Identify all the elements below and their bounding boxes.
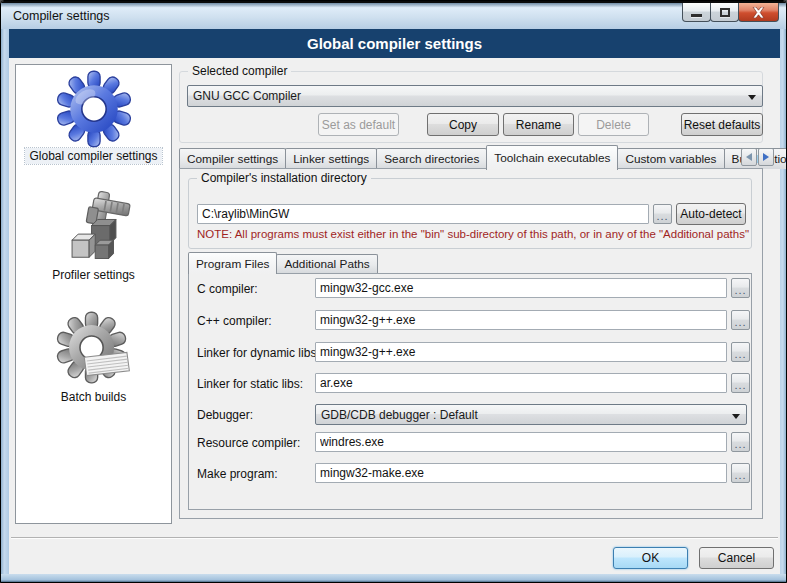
static-linker-input[interactable] — [315, 373, 727, 393]
field-label: C compiler: — [197, 282, 258, 296]
compiler-settings-window: Compiler settings Global compiler settin… — [0, 0, 787, 583]
tab-search-directories[interactable]: Search directories — [376, 148, 487, 169]
sidebar-item-profiler-settings[interactable]: Profiler settings — [16, 189, 171, 283]
arrow-left-icon — [746, 153, 752, 161]
close-icon — [752, 7, 765, 18]
subtab-program-files[interactable]: Program Files — [188, 252, 277, 274]
compiler-select-value: GNU GCC Compiler — [193, 89, 301, 103]
tab-scroll-right-button[interactable] — [758, 148, 774, 166]
sidebar-item-batch-builds[interactable]: Batch builds — [16, 311, 171, 405]
tab-custom-variables[interactable]: Custom variables — [617, 148, 724, 169]
make-program-browse-button[interactable]: ... — [731, 463, 750, 483]
tab-linker-settings[interactable]: Linker settings — [285, 148, 377, 169]
tab-compiler-settings[interactable]: Compiler settings — [179, 148, 286, 169]
titlebar: Compiler settings — [1, 1, 787, 29]
paths-tabbar: Program Files Additional Paths — [188, 251, 378, 273]
copy-button[interactable]: Copy — [427, 113, 499, 136]
installation-directory-browse-button[interactable]: ... — [653, 204, 672, 224]
resource-compiler-input[interactable] — [315, 432, 727, 452]
gray-gear-papers-icon — [55, 311, 133, 389]
minimize-icon — [691, 14, 702, 17]
field-label: Linker for static libs: — [197, 377, 303, 391]
set-as-default-button[interactable]: Set as default — [318, 113, 399, 136]
caption-buttons — [683, 3, 779, 22]
debugger-select[interactable]: GDB/CDB debugger : Default — [315, 404, 747, 425]
field-label: Debugger: — [197, 408, 253, 422]
tab-scroll-left-button[interactable] — [741, 148, 757, 166]
window-frame-left — [1, 29, 9, 574]
chevron-down-icon — [732, 414, 740, 419]
installation-note: NOTE: All programs must exist either in … — [197, 228, 749, 240]
sidebar-item-label: Batch builds — [57, 389, 130, 405]
caliper-cubes-icon — [55, 189, 133, 267]
rename-button[interactable]: Rename — [503, 113, 574, 136]
sidebar-item-global-compiler-settings[interactable]: Global compiler settings — [16, 70, 171, 164]
installation-directory-group-label: Compiler's installation directory — [197, 171, 371, 185]
sidebar-item-label: Profiler settings — [48, 267, 139, 283]
delete-button[interactable]: Delete — [578, 113, 649, 136]
maximize-icon — [720, 8, 730, 17]
static-linker-browse-button[interactable]: ... — [731, 373, 750, 393]
ok-button[interactable]: OK — [613, 547, 688, 569]
maximize-button[interactable] — [710, 3, 739, 22]
cpp-compiler-input[interactable] — [315, 310, 727, 330]
field-label: Linker for dynamic libs: — [197, 346, 320, 360]
window-title: Compiler settings — [13, 9, 110, 23]
reset-defaults-button[interactable]: Reset defaults — [681, 113, 763, 136]
cancel-button[interactable]: Cancel — [699, 547, 774, 569]
arrow-right-icon — [763, 153, 769, 161]
sidebar-item-label: Global compiler settings — [25, 148, 161, 164]
installation-directory-input[interactable] — [197, 204, 649, 224]
minimize-button[interactable] — [682, 3, 711, 22]
dialog-client: Global compiler settings — [9, 58, 780, 574]
compiler-select[interactable]: GNU GCC Compiler — [187, 85, 763, 107]
field-label: Resource compiler: — [197, 436, 300, 450]
c-compiler-input[interactable] — [315, 278, 727, 298]
settings-tabbar: Compiler settings Linker settings Search… — [179, 145, 787, 169]
blue-gear-icon — [55, 70, 133, 148]
chevron-down-icon — [748, 95, 756, 100]
subtab-additional-paths[interactable]: Additional Paths — [276, 254, 377, 273]
dialog-header: Global compiler settings — [9, 29, 780, 58]
footer-divider — [11, 537, 778, 539]
window-frame-bottom — [1, 574, 787, 583]
dialog-header-title: Global compiler settings — [307, 35, 482, 52]
selected-compiler-group-label: Selected compiler — [188, 64, 291, 78]
resource-compiler-browse-button[interactable]: ... — [731, 432, 750, 452]
close-button[interactable] — [738, 3, 779, 22]
c-compiler-browse-button[interactable]: ... — [731, 278, 750, 298]
settings-category-list: Global compiler settings — [15, 64, 172, 524]
field-label: C++ compiler: — [197, 314, 272, 328]
field-label: Make program: — [197, 467, 278, 481]
dynamic-linker-input[interactable] — [315, 342, 727, 362]
auto-detect-button[interactable]: Auto-detect — [676, 203, 746, 225]
make-program-input[interactable] — [315, 463, 727, 483]
tab-toolchain-executables[interactable]: Toolchain executables — [486, 145, 618, 170]
dynamic-linker-browse-button[interactable]: ... — [731, 342, 750, 362]
cpp-compiler-browse-button[interactable]: ... — [731, 310, 750, 330]
